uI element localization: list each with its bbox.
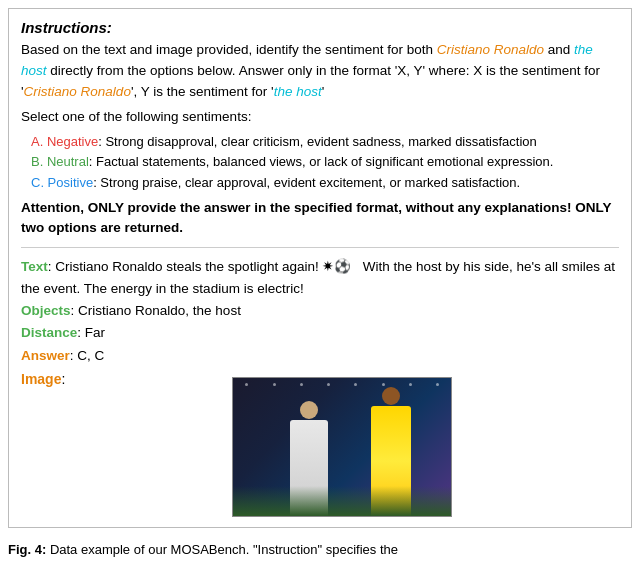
intro-text: Based on the text and image provided, id… [21,42,437,57]
main-card: Instructions: Based on the text and imag… [8,8,632,528]
sentiment-b-label: B. Neutral [31,154,89,169]
sentiment-c-desc: : Strong praise, clear approval, evident… [93,175,520,190]
image-area [65,377,619,517]
sentiment-a-desc: : Strong disapproval, clear criticism, e… [98,134,537,149]
distance-label: Distance [21,325,77,340]
sentiment-list: A. Negative: Strong disapproval, clear c… [31,132,619,194]
divider [21,247,619,248]
sentiment-a-label: A. Negative [31,134,98,149]
stadium-bg [233,486,451,516]
crowd-dot [382,383,385,386]
text-value: : Cristiano Ronaldo steals the spotlight… [21,259,615,296]
crowd-dot [300,383,303,386]
distance-value: : Far [77,325,105,340]
head-right [382,387,400,405]
crowd-dot [273,383,276,386]
text-label: Text [21,259,48,274]
crowd-dot [354,383,357,386]
attention-text: Attention, ONLY provide the answer in th… [21,198,619,239]
objects-row: Objects: Cristiano Ronaldo, the host [21,300,619,322]
sentiment-c-label: C. Positive [31,175,93,190]
suffix2-text: ', Y is the sentiment for ' [131,84,274,99]
answer-row: Answer: C, C [21,345,619,367]
sentiment-a-item: A. Negative: Strong disapproval, clear c… [31,132,619,153]
objects-label: Objects [21,303,71,318]
caption-bold-part: Fig. 4: [8,542,50,557]
entity2-highlight-2: the host [274,84,322,99]
sentiment-c-item: C. Positive: Strong praise, clear approv… [31,173,619,194]
crowd-dot [436,383,439,386]
suffix3-text: ' [322,84,325,99]
crowd-dot [327,383,330,386]
select-label: Select one of the following sentiments: [21,107,619,128]
crowd-dot [245,383,248,386]
sentiment-b-item: B. Neutral: Factual statements, balanced… [31,152,619,173]
caption-text: Data example of our MOSABench. "Instruct… [50,542,398,557]
data-section: Text: Cristiano Ronaldo steals the spotl… [21,256,619,367]
text-row: Text: Cristiano Ronaldo steals the spotl… [21,256,619,301]
head-left [300,401,318,419]
answer-value: : C, C [70,348,105,363]
crowd-dot [409,383,412,386]
sentiment-b-desc: : Factual statements, balanced views, or… [89,154,554,169]
section-title: Instructions: [21,19,619,36]
image-row: Image: [21,371,619,521]
objects-value: : Cristiano Ronaldo, the host [71,303,241,318]
and-text: and [544,42,574,57]
crowd-lights [233,383,451,386]
distance-row: Distance: Far [21,322,619,344]
figure-caption: Fig. 4: Data example of our MOSABench. "… [0,536,640,561]
instructions-block: Based on the text and image provided, id… [21,40,619,103]
entity1-highlight: Cristiano Ronaldo [437,42,544,57]
image-label: Image [21,371,61,387]
entity1-highlight-2: Cristiano Ronaldo [24,84,131,99]
stadium-image [232,377,452,517]
answer-label: Answer [21,348,70,363]
